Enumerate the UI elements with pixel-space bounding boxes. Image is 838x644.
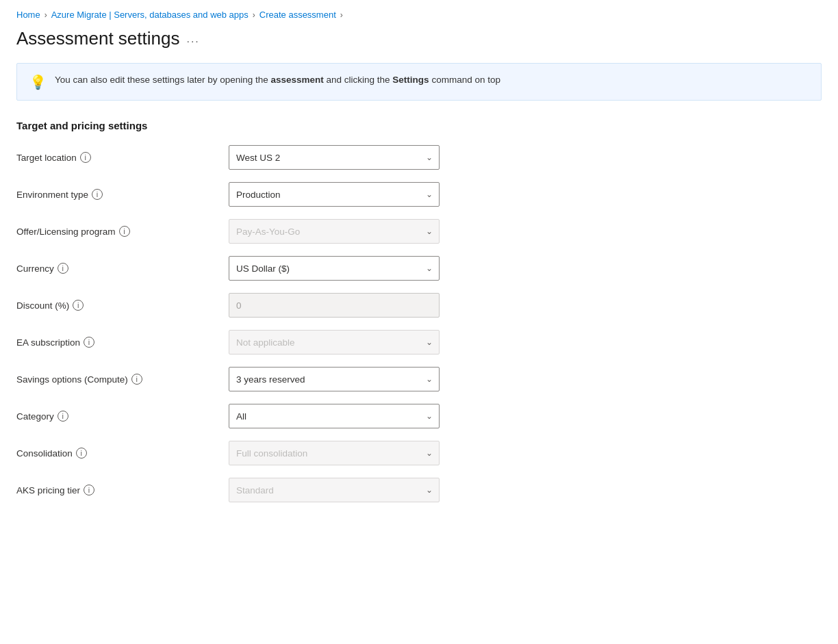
control-consolidation: Full consolidation⌄ (229, 441, 440, 465)
info-banner: 💡 You can also edit these settings later… (16, 63, 822, 101)
control-discount (229, 293, 440, 318)
info-icon-savings-options[interactable]: i (131, 374, 142, 385)
form-container: Target locationiWest US 2East USEast US … (0, 145, 838, 502)
form-row-discount: Discount (%)i (16, 293, 822, 318)
select-wrapper-aks-pricing-tier: StandardFree⌄ (229, 478, 440, 502)
form-row-currency: CurrencyiUS Dollar ($)Euro (€)British Po… (16, 256, 822, 281)
control-offer-licensing: Pay-As-You-Go⌄ (229, 219, 440, 244)
input-discount (229, 293, 440, 318)
info-icon-consolidation[interactable]: i (76, 448, 87, 459)
info-icon-currency[interactable]: i (58, 263, 68, 274)
select-ea-subscription: Not applicable (229, 330, 440, 355)
breadcrumb: Home › Azure Migrate | Servers, database… (0, 0, 838, 25)
label-ea-subscription: EA subscriptioni (16, 337, 229, 348)
info-icon-discount[interactable]: i (73, 300, 84, 311)
control-currency: US Dollar ($)Euro (€)British Pound (£)⌄ (229, 256, 440, 281)
bulb-icon: 💡 (29, 74, 47, 90)
label-consolidation: Consolidationi (16, 448, 229, 459)
control-environment-type: ProductionDev/Test⌄ (229, 182, 440, 207)
label-category: Categoryi (16, 411, 229, 422)
label-text-category: Category (16, 411, 54, 422)
info-icon-category[interactable]: i (58, 411, 68, 422)
section-title: Target and pricing settings (0, 120, 838, 145)
control-target-location: West US 2East USEast US 2West USCentral … (229, 145, 440, 170)
form-row-consolidation: ConsolidationiFull consolidation⌄ (16, 441, 822, 465)
select-wrapper-consolidation: Full consolidation⌄ (229, 441, 440, 465)
info-banner-text: You can also edit these settings later b… (55, 73, 500, 87)
select-consolidation: Full consolidation (229, 441, 440, 465)
label-text-currency: Currency (16, 263, 54, 274)
breadcrumb-azure-migrate[interactable]: Azure Migrate | Servers, databases and w… (51, 10, 249, 20)
label-savings-options: Savings options (Compute)i (16, 374, 229, 385)
form-row-target-location: Target locationiWest US 2East USEast US … (16, 145, 822, 170)
label-text-savings-options: Savings options (Compute) (16, 374, 128, 385)
select-environment-type[interactable]: ProductionDev/Test (229, 182, 440, 207)
control-category: AllComputeStorageNetworking⌄ (229, 404, 440, 428)
label-text-aks-pricing-tier: AKS pricing tier (16, 485, 80, 495)
info-icon-target-location[interactable]: i (80, 152, 91, 163)
label-text-environment-type: Environment type (16, 190, 88, 200)
form-row-ea-subscription: EA subscriptioniNot applicable⌄ (16, 330, 822, 355)
select-wrapper-target-location: West US 2East USEast US 2West USCentral … (229, 145, 440, 170)
info-icon-ea-subscription[interactable]: i (84, 337, 94, 348)
select-category[interactable]: AllComputeStorageNetworking (229, 404, 440, 428)
label-discount: Discount (%)i (16, 300, 229, 311)
select-currency[interactable]: US Dollar ($)Euro (€)British Pound (£) (229, 256, 440, 281)
select-wrapper-ea-subscription: Not applicable⌄ (229, 330, 440, 355)
breadcrumb-create-assessment[interactable]: Create assessment (259, 10, 336, 20)
label-offer-licensing: Offer/Licensing programi (16, 226, 229, 237)
form-row-aks-pricing-tier: AKS pricing tieriStandardFree⌄ (16, 478, 822, 502)
control-savings-options: 3 years reserved1 year reservedNo reserv… (229, 367, 440, 391)
label-aks-pricing-tier: AKS pricing tieri (16, 485, 229, 495)
select-savings-options[interactable]: 3 years reserved1 year reservedNo reserv… (229, 367, 440, 391)
info-icon-offer-licensing[interactable]: i (119, 226, 130, 237)
select-wrapper-category: AllComputeStorageNetworking⌄ (229, 404, 440, 428)
label-text-ea-subscription: EA subscription (16, 337, 80, 348)
label-text-target-location: Target location (16, 153, 77, 163)
info-icon-aks-pricing-tier[interactable]: i (84, 485, 94, 495)
page-title-row: Assessment settings ... (0, 25, 838, 63)
label-environment-type: Environment typei (16, 189, 229, 200)
select-offer-licensing: Pay-As-You-Go (229, 219, 440, 244)
select-aks-pricing-tier: StandardFree (229, 478, 440, 502)
form-row-category: CategoryiAllComputeStorageNetworking⌄ (16, 404, 822, 428)
select-wrapper-offer-licensing: Pay-As-You-Go⌄ (229, 219, 440, 244)
select-wrapper-savings-options: 3 years reserved1 year reservedNo reserv… (229, 367, 440, 391)
breadcrumb-sep-3: › (340, 10, 343, 20)
form-row-environment-type: Environment typeiProductionDev/Test⌄ (16, 182, 822, 207)
select-wrapper-environment-type: ProductionDev/Test⌄ (229, 182, 440, 207)
more-options-button[interactable]: ... (186, 33, 199, 45)
label-currency: Currencyi (16, 263, 229, 274)
form-row-savings-options: Savings options (Compute)i3 years reserv… (16, 367, 822, 391)
breadcrumb-home[interactable]: Home (16, 10, 40, 20)
control-aks-pricing-tier: StandardFree⌄ (229, 478, 440, 502)
select-target-location[interactable]: West US 2East USEast US 2West USCentral … (229, 145, 440, 170)
info-icon-environment-type[interactable]: i (92, 189, 103, 200)
form-row-offer-licensing: Offer/Licensing programiPay-As-You-Go⌄ (16, 219, 822, 244)
breadcrumb-sep-2: › (253, 10, 255, 20)
label-text-consolidation: Consolidation (16, 448, 73, 459)
label-text-offer-licensing: Offer/Licensing program (16, 227, 116, 237)
label-text-discount: Discount (%) (16, 300, 69, 311)
control-ea-subscription: Not applicable⌄ (229, 330, 440, 355)
breadcrumb-sep-1: › (45, 10, 47, 20)
page-title: Assessment settings (16, 28, 179, 49)
select-wrapper-currency: US Dollar ($)Euro (€)British Pound (£)⌄ (229, 256, 440, 281)
label-target-location: Target locationi (16, 152, 229, 163)
